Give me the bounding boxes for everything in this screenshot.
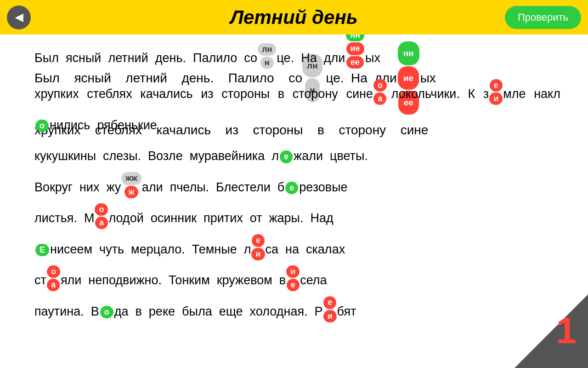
bub-eg1: е [280,150,293,163]
bub-e3: е [287,279,300,291]
bub-E-green[interactable]: Е [35,244,49,256]
bub-nn: нн [346,34,364,41]
bub-i4: и [323,310,337,322]
bub-a3: а [47,279,60,291]
t16: са на скалах [266,242,345,256]
t4: хрупких стеблях качались из стороны в ст… [34,87,373,101]
bub-i1: и [489,92,503,105]
bub-n: н [260,57,274,69]
bub-i3: и [286,265,300,278]
text-content: Был ясный летний день. Палило солннце. Н… [0,34,588,332]
back-icon: ◀ [15,12,23,23]
bub-zhzh: жж [121,172,141,184]
bub-i2: и [251,248,265,260]
t17: ст [34,273,46,287]
t19: села [300,273,327,287]
bub-e-i-1[interactable]: еи [489,79,503,105]
bub-o-a-3[interactable]: оа [47,265,60,292]
check-button[interactable]: Проверить [505,6,581,29]
t13: листья. М [34,211,94,225]
bub-o-green-1[interactable]: о [35,120,49,132]
t12: резовые [299,180,347,194]
t8: кукушкины слезы. Возле муравейника л [34,149,279,163]
bub-i-e-1[interactable]: ие [286,265,300,292]
bub-zhzh-zh[interactable]: жжж [121,172,141,198]
bub-o-green-2[interactable]: о [100,306,113,318]
header: ◀ Летний день Проверить [0,0,588,34]
corner-decoration: 1 [514,294,588,368]
bub-og1: о [35,120,49,132]
bub-og2: о [100,306,113,318]
t2: це. На дли [277,51,345,65]
corner-triangle [514,294,588,368]
bub-o3: о [47,265,60,278]
t5: локольчики. К з [387,87,489,101]
bub-eg2: е [285,182,298,194]
bub-e-green-1[interactable]: е [280,150,293,163]
t10: Вокруг них жу [34,180,121,194]
t14: лодой осинник притих от жары. Над [108,211,333,225]
bub-e2: е [252,234,265,247]
corner-number: 1 [556,310,577,352]
bub-zh: ж [124,186,139,198]
bub-o-a-2[interactable]: оа [95,203,108,230]
bub-o-a-1[interactable]: оа [373,79,387,105]
bub-e4: е [323,296,336,309]
page-wrapper: Был ясный летний день. Палило солннце. Н… [0,34,588,368]
t21: да в реке была еще холодная. Р [114,305,323,318]
bub-o1: о [373,79,387,92]
bub-nn-ie-ee[interactable]: нниеее [346,34,364,69]
t20: паутина. В [34,305,99,318]
bub-e-i-2[interactable]: еи [251,234,265,260]
bub-o2: о [95,203,108,216]
bub-a2: а [95,217,108,229]
page-title: Летний день [230,6,358,29]
bub-e-i-3[interactable]: еи [323,296,337,322]
t6: мле накл [503,87,560,101]
t9: жали цветы. [294,149,368,163]
t18: яли неподвижно. Тонким кружевом в [61,273,286,287]
t7: нились рябенькие [50,118,157,132]
bub-e1: е [490,79,503,92]
t3: ых [365,51,380,65]
bub-E: Е [35,244,49,256]
bub-a1: а [373,92,386,105]
back-button[interactable]: ◀ [7,6,31,29]
bub-ie: ие [346,42,364,55]
t11: али пчелы. Блестели б [142,180,285,194]
bub-e-green-2[interactable]: е [285,182,298,194]
t15: нисеем чуть мерцало. Темные л [50,242,251,256]
bub-ee: ее [346,56,364,69]
t1: Был ясный летний день. Палило со [34,51,257,65]
t22: бят [337,305,356,318]
bub-ln-n[interactable]: лнн [258,43,276,69]
bub-ln: лн [258,43,276,56]
